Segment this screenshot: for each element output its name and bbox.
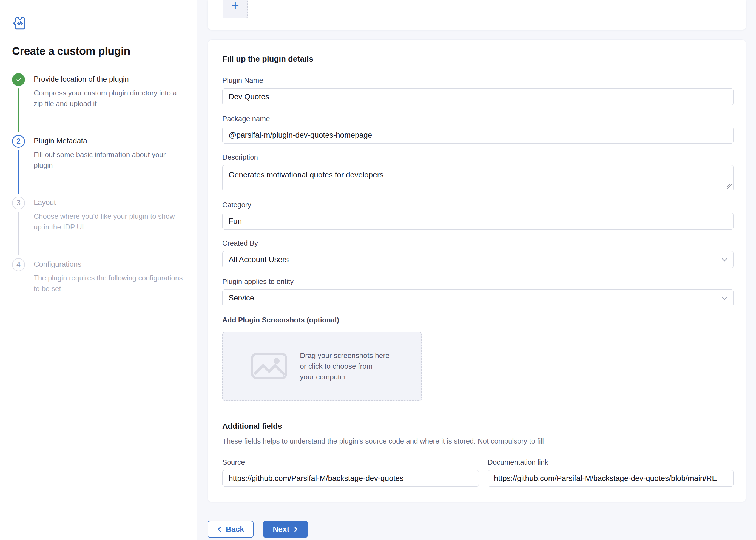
category-label: Category: [222, 201, 733, 209]
image-placeholder-icon: [251, 353, 287, 380]
step-connector: [18, 88, 19, 132]
description-textarea[interactable]: Generates motivational quotes for develo…: [222, 165, 733, 191]
chevron-right-icon: [294, 526, 298, 532]
wizard-stepper: Provide location of the plugin Compress …: [12, 73, 186, 294]
step-1-description: Compress your custom plugin directory in…: [34, 88, 183, 109]
next-button-label: Next: [273, 525, 290, 534]
step-1-title: Provide location of the plugin: [34, 75, 183, 83]
custom-plugin-icon: [12, 15, 186, 32]
step-connector: [18, 211, 19, 255]
created-by-field: Created By: [222, 239, 733, 268]
step-2-title: Plugin Metadata: [34, 137, 183, 145]
plugin-name-input[interactable]: [222, 88, 733, 105]
source-field: Source: [222, 458, 479, 486]
step-3-rail: 3: [12, 197, 25, 258]
back-button-label: Back: [226, 525, 244, 534]
step-layout[interactable]: 3 Layout Choose where you’d like your pl…: [12, 197, 186, 258]
chevron-left-icon: [217, 526, 222, 532]
step-2-description: Fill out some basic information about yo…: [34, 149, 183, 171]
links-row: Source Documentation link: [222, 458, 733, 486]
screenshots-dropzone[interactable]: Drag your screenshots here or click to c…: [222, 332, 422, 401]
additional-fields-subtext: These fields helps to understand the plu…: [222, 437, 733, 446]
entity-label: Plugin applies to entity: [222, 277, 733, 286]
textarea-resize-handle[interactable]: [727, 184, 732, 189]
documentation-field: Documentation link: [488, 458, 733, 486]
created-by-select[interactable]: [222, 251, 733, 268]
section-divider: [222, 408, 733, 408]
step-plugin-metadata[interactable]: 2 Plugin Metadata Fill out some basic in…: [12, 135, 186, 197]
step-2-number: 2: [12, 135, 25, 148]
category-input[interactable]: [222, 213, 733, 230]
section-gap: [207, 30, 746, 40]
documentation-input[interactable]: [488, 470, 733, 486]
step-4-description: The plugin requires the following config…: [34, 273, 183, 294]
plugin-name-field: Plugin Name: [222, 76, 733, 105]
description-field: Description Generates motivational quote…: [222, 153, 733, 191]
screenshots-field: Add Plugin Screenshots (optional) Drag y…: [222, 316, 733, 401]
dropzone-text: Drag your screenshots here or click to c…: [300, 350, 390, 382]
package-name-field: Package name: [222, 115, 733, 144]
step-4-title: Configurations: [34, 260, 183, 269]
wizard-sidebar: Create a custom plugin Provide location …: [0, 0, 197, 540]
upload-section-card: +: [207, 0, 746, 30]
step-3-number: 3: [12, 197, 25, 209]
additional-fields-heading: Additional fields: [222, 422, 733, 431]
screenshots-label: Add Plugin Screenshots (optional): [222, 316, 733, 324]
step-1-rail: [12, 73, 25, 135]
step-4-rail: 4: [12, 258, 25, 294]
step-2-rail: 2: [12, 135, 25, 197]
step-1-complete-check-icon: [12, 73, 25, 86]
source-label: Source: [222, 458, 479, 467]
entity-field: Plugin applies to entity: [222, 277, 733, 307]
package-name-input[interactable]: [222, 127, 733, 144]
created-by-label: Created By: [222, 239, 733, 247]
form-heading: Fill up the plugin details: [222, 55, 733, 64]
package-name-label: Package name: [222, 115, 733, 123]
step-4-number: 4: [12, 258, 25, 271]
step-provide-location[interactable]: Provide location of the plugin Compress …: [12, 73, 186, 135]
plugin-name-label: Plugin Name: [222, 76, 733, 85]
wizard-footer: Back Next: [207, 511, 746, 538]
add-screenshot-tile[interactable]: +: [223, 0, 248, 18]
description-label: Description: [222, 153, 733, 162]
documentation-label: Documentation link: [488, 458, 733, 467]
step-3-description: Choose where you’d like your plugin to s…: [34, 211, 183, 232]
step-configurations[interactable]: 4 Configurations The plugin requires the…: [12, 258, 186, 294]
category-field: Category: [222, 201, 733, 230]
next-button[interactable]: Next: [263, 521, 308, 538]
plugin-details-card: Fill up the plugin details Plugin Name P…: [207, 40, 746, 502]
main-content: + Fill up the plugin details Plugin Name…: [197, 0, 756, 540]
entity-select[interactable]: [222, 290, 733, 307]
step-3-title: Layout: [34, 199, 183, 207]
page-title: Create a custom plugin: [12, 45, 186, 57]
step-connector: [18, 150, 19, 194]
source-input[interactable]: [222, 470, 479, 486]
back-button[interactable]: Back: [207, 521, 254, 538]
plus-icon: +: [231, 0, 239, 12]
